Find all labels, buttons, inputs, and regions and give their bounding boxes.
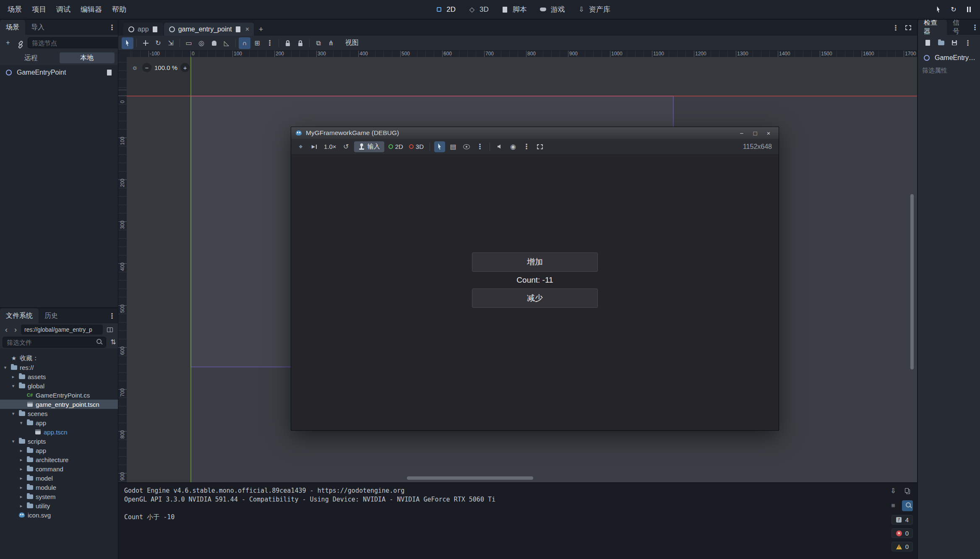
h-scrollbar[interactable] xyxy=(407,476,533,480)
tree-arrow-icon[interactable]: ▸ xyxy=(18,485,24,490)
menu-help[interactable]: 帮助 xyxy=(107,0,131,19)
tree-arrow-icon[interactable]: ▸ xyxy=(10,374,16,380)
list-select-button[interactable]: ▤ xyxy=(448,141,459,152)
snap-options-button[interactable]: ⋮ xyxy=(264,37,276,49)
filter-properties-input[interactable]: 筛选属性 xyxy=(918,65,980,76)
message-list-button[interactable]: ≡ xyxy=(888,500,899,511)
fs-item-3[interactable]: ▾global xyxy=(0,381,118,390)
pause-button[interactable] xyxy=(962,3,975,16)
more-options-button[interactable]: ⋮ xyxy=(521,141,532,152)
move-tool-button[interactable] xyxy=(140,37,151,49)
file-sort-button[interactable]: ⇅ xyxy=(108,337,119,348)
filter-nodes-input[interactable] xyxy=(31,39,116,47)
workspace-assetlib-button[interactable]: ⇩资产库 xyxy=(571,0,616,19)
new-resource-button[interactable] xyxy=(922,37,933,48)
fs-item-6[interactable]: ▾scenes xyxy=(0,409,118,418)
save-resource-button[interactable] xyxy=(949,37,960,48)
toggle-split-mode-button[interactable] xyxy=(104,324,115,335)
fs-item-2[interactable]: ▸assets xyxy=(0,372,118,381)
zoom-in-button[interactable]: + xyxy=(180,63,190,72)
v-scrollbar[interactable] xyxy=(910,194,914,369)
unlock-button[interactable] xyxy=(295,37,306,49)
game-window[interactable]: MyGFrameworkGame (DEBUG) − □ × ⌖▶1.0×↺输入… xyxy=(291,127,779,431)
workspace-script-button[interactable]: 脚本 xyxy=(495,0,533,19)
fs-item-4[interactable]: C#GameEntryPoint.cs xyxy=(0,390,118,400)
group-button[interactable]: ⧉ xyxy=(313,37,324,49)
instantiate-scene-button[interactable] xyxy=(15,37,26,48)
tab-history[interactable]: 历史 xyxy=(39,308,64,323)
close-button[interactable]: × xyxy=(762,128,775,138)
skeleton-options-button[interactable]: ⋔ xyxy=(325,37,337,49)
tab-inspector[interactable]: 检查器 xyxy=(918,20,947,35)
tree-arrow-icon[interactable]: ▸ xyxy=(18,448,24,453)
save-log-button[interactable]: ⇩ xyxy=(888,486,899,497)
menu-debug[interactable]: 调试 xyxy=(51,0,76,19)
workspace-2d-button[interactable]: 2D xyxy=(428,0,461,19)
playback-speed-label[interactable]: 1.0× xyxy=(322,143,338,150)
game-select-tool-button[interactable] xyxy=(434,141,445,152)
remote-button[interactable]: 远程 xyxy=(3,52,59,63)
menu-editor[interactable]: 编辑器 xyxy=(76,0,107,19)
lock-button[interactable] xyxy=(282,37,294,49)
scene-node[interactable]: GameEntryPoint xyxy=(0,67,118,78)
pivot-tool-button[interactable]: ◎ xyxy=(195,37,207,49)
scene-tab-game_entry_point[interactable]: game_entry_point× xyxy=(164,23,254,36)
3d-mode-button[interactable]: 3D xyxy=(407,143,425,150)
workspace-3d-button[interactable]: ◇3D xyxy=(461,0,495,19)
close-scene-tab-icon[interactable]: × xyxy=(245,26,249,33)
reload-button[interactable]: ↻ xyxy=(947,3,960,16)
pan-tool-button[interactable] xyxy=(208,37,220,49)
search-output-button[interactable] xyxy=(902,500,913,511)
tree-arrow-icon[interactable]: ▾ xyxy=(18,420,24,426)
fs-item-10[interactable]: ▸app xyxy=(0,446,118,455)
tree-arrow-icon[interactable]: ▸ xyxy=(18,476,24,481)
fs-item-12[interactable]: ▸command xyxy=(0,464,118,473)
add-scene-tab-button[interactable]: + xyxy=(255,23,267,36)
fs-item-15[interactable]: ▸system xyxy=(0,492,118,501)
game-window-titlebar[interactable]: MyGFrameworkGame (DEBUG) − □ × xyxy=(291,127,779,139)
dock-menu-button[interactable]: ⋮ xyxy=(106,20,118,35)
fs-item-8[interactable]: app.tscn xyxy=(0,427,118,437)
fs-item-13[interactable]: ▸model xyxy=(0,473,118,483)
workspace-game-button[interactable]: 游戏 xyxy=(533,0,571,19)
warnings-badge[interactable]: 0 xyxy=(891,542,913,551)
tab-signals[interactable]: 信号 xyxy=(947,20,970,35)
debug-button[interactable]: ⌖ xyxy=(295,141,306,152)
tree-arrow-icon[interactable]: ▾ xyxy=(10,439,16,444)
fs-item-1[interactable]: ▾res:// xyxy=(0,363,118,372)
tree-arrow-icon[interactable]: ▸ xyxy=(18,494,24,499)
fullscreen-button[interactable] xyxy=(534,141,545,152)
visibility-button[interactable] xyxy=(461,141,472,152)
tree-arrow-icon[interactable]: ▸ xyxy=(18,503,24,509)
select-tool-button[interactable] xyxy=(122,37,133,49)
input-mode-button[interactable]: 输入 xyxy=(354,141,384,152)
fs-item-7[interactable]: ▾app xyxy=(0,418,118,427)
tab-scene[interactable]: 场景 xyxy=(0,20,25,35)
list-select-tool-button[interactable]: ▭ xyxy=(183,37,195,49)
errors-badge[interactable]: 0 xyxy=(891,528,913,538)
tree-arrow-icon[interactable]: ▾ xyxy=(10,411,16,416)
maximize-button[interactable]: □ xyxy=(749,128,761,138)
tab-import[interactable]: 导入 xyxy=(25,20,50,35)
reset-button[interactable]: ↺ xyxy=(341,141,352,152)
open-script-button[interactable] xyxy=(104,68,114,77)
scene-tabs-menu-button[interactable]: ⋮ xyxy=(890,22,901,33)
menu-project[interactable]: 项目 xyxy=(27,0,51,19)
rotate-tool-button[interactable]: ↻ xyxy=(152,37,164,49)
fs-item-16[interactable]: ▸utility xyxy=(0,501,118,510)
tree-arrow-icon[interactable]: ▾ xyxy=(3,365,8,370)
ruler-tool-button[interactable]: ◺ xyxy=(221,37,232,49)
tree-arrow-icon[interactable]: ▸ xyxy=(18,457,24,463)
menu-scene[interactable]: 场景 xyxy=(3,0,27,19)
fs-item-9[interactable]: ▾scripts xyxy=(0,437,118,446)
expand-editor-button[interactable] xyxy=(903,22,914,33)
fs-item-17[interactable]: icon.svg xyxy=(0,510,118,520)
scene-tab-app[interactable]: app xyxy=(123,23,163,36)
mute-audio-button[interactable] xyxy=(494,141,505,152)
local-button[interactable]: 本地 xyxy=(60,52,115,63)
zoom-level-label[interactable]: 100.0 % xyxy=(154,64,177,71)
dock-menu-button[interactable]: ⋮ xyxy=(106,308,118,323)
add-node-button[interactable]: + xyxy=(3,37,13,48)
fs-item-5[interactable]: game_entry_point.tscn xyxy=(0,400,118,409)
fs-item-14[interactable]: ▸module xyxy=(0,483,118,492)
